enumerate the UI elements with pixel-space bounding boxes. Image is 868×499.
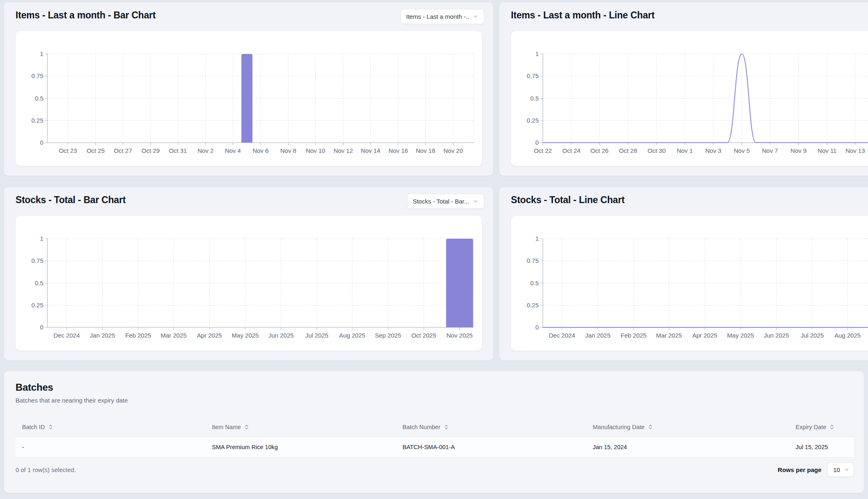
svg-text:Oct 29: Oct 29 — [142, 147, 160, 154]
svg-text:Aug 2025: Aug 2025 — [339, 332, 365, 339]
batches-table: Batch ID Item Name Batch Number Manufact… — [16, 418, 854, 458]
chevrons-up-down-icon — [829, 424, 835, 430]
dropdown-label: Stocks - Total - Bar... — [413, 198, 469, 205]
rows-per-page-value: 10 — [833, 466, 840, 473]
rows-per-page-select[interactable]: 10 — [827, 462, 854, 477]
section-title: Stocks - Total - Bar Chart — [16, 195, 126, 206]
cell-manufacturing-date: Jan 15, 2024 — [586, 444, 789, 450]
svg-text:0.75: 0.75 — [31, 72, 43, 79]
svg-text:Apr 2025: Apr 2025 — [693, 332, 717, 339]
svg-text:0.25: 0.25 — [527, 117, 539, 124]
svg-text:Nov 2: Nov 2 — [198, 147, 214, 154]
svg-text:Oct 30: Oct 30 — [648, 147, 666, 154]
dashboard-canvas: Items - Last a month - Bar Chart Items -… — [0, 0, 868, 499]
chart-card: 00.250.50.751Dec 2024Jan 2025Feb 2025Mar… — [16, 216, 482, 351]
section-items-bar-chart: Items - Last a month - Bar Chart Items -… — [4, 2, 493, 176]
table-footer: 0 of 1 row(s) selected. Rows per page 10 — [16, 462, 854, 477]
dropdown-label: Items - Last a month -.. — [406, 13, 469, 20]
svg-text:Jul 2025: Jul 2025 — [801, 332, 824, 339]
svg-text:Dec 2024: Dec 2024 — [549, 332, 575, 339]
svg-text:Oct 24: Oct 24 — [562, 147, 580, 154]
svg-text:1: 1 — [40, 50, 43, 57]
svg-text:Nov 10: Nov 10 — [306, 147, 326, 154]
svg-text:Oct 27: Oct 27 — [114, 147, 132, 154]
svg-text:Jan 2025: Jan 2025 — [585, 332, 611, 339]
svg-text:0.75: 0.75 — [527, 257, 539, 264]
cell-expiry-date: Jul 15, 2025 — [789, 444, 854, 450]
section-title: Items - Last a month - Bar Chart — [16, 10, 156, 21]
svg-text:0: 0 — [535, 324, 539, 331]
svg-text:Jun 2025: Jun 2025 — [268, 332, 294, 339]
svg-text:0: 0 — [40, 324, 43, 331]
svg-text:Mar 2025: Mar 2025 — [161, 332, 187, 339]
svg-text:Jul 2025: Jul 2025 — [305, 332, 328, 339]
chart-card: 00.250.50.751Oct 23Oct 25Oct 27Oct 29Oct… — [16, 31, 482, 166]
chevrons-up-down-icon — [443, 424, 449, 430]
svg-text:Oct 22: Oct 22 — [534, 147, 552, 154]
svg-text:Oct 2025: Oct 2025 — [412, 332, 436, 339]
svg-text:Nov 8: Nov 8 — [280, 147, 296, 154]
svg-text:Nov 5: Nov 5 — [734, 147, 750, 154]
svg-text:Nov 1: Nov 1 — [677, 147, 693, 154]
chart-card: 00.250.50.751Dec 2024Jan 2025Feb 2025Mar… — [511, 216, 868, 351]
cell-batch-number: BATCH-SMA-001-A — [396, 444, 586, 450]
column-header-expiry-date[interactable]: Expiry Date — [789, 424, 854, 430]
svg-text:Apr 2025: Apr 2025 — [197, 332, 222, 339]
items-bar-chart[interactable]: 00.250.50.751Oct 23Oct 25Oct 27Oct 29Oct… — [16, 31, 482, 166]
svg-text:Oct 28: Oct 28 — [619, 147, 637, 154]
chevrons-up-down-icon — [648, 424, 653, 430]
cell-batch-id: - — [16, 444, 205, 450]
svg-text:0.25: 0.25 — [527, 302, 539, 309]
svg-text:0: 0 — [40, 139, 43, 146]
chevron-down-icon — [844, 467, 850, 472]
rows-per-page-group: Rows per page 10 — [778, 462, 854, 477]
chevron-down-icon — [472, 198, 479, 204]
stocks-bar-chart[interactable]: 00.250.50.751Dec 2024Jan 2025Feb 2025Mar… — [16, 216, 482, 351]
svg-text:Nov 3: Nov 3 — [705, 147, 721, 154]
svg-text:Nov 9: Nov 9 — [791, 147, 807, 154]
table-header-row: Batch ID Item Name Batch Number Manufact… — [16, 418, 854, 437]
svg-text:1: 1 — [535, 50, 539, 57]
table-row[interactable]: - SMA Premium Rice 10kg BATCH-SMA-001-A … — [16, 437, 854, 458]
chart-selector-dropdown[interactable]: Stocks - Total - Bar... — [407, 194, 484, 209]
column-header-manufacturing-date[interactable]: Manufacturing Date — [586, 424, 789, 430]
section-batches: Batches Batches that are nearing their e… — [4, 371, 864, 493]
items-line-chart[interactable]: 00.250.50.751Oct 22Oct 24Oct 26Oct 28Oct… — [511, 31, 868, 166]
selection-status: 0 of 1 row(s) selected. — [16, 466, 76, 473]
svg-text:Nov 20: Nov 20 — [443, 147, 463, 154]
svg-text:0: 0 — [535, 139, 539, 146]
chevrons-up-down-icon — [48, 424, 54, 430]
svg-text:Oct 23: Oct 23 — [59, 147, 77, 154]
section-stocks-line-chart: Stocks - Total - Line Chart 00.250.50.75… — [499, 187, 868, 360]
svg-text:Feb 2025: Feb 2025 — [621, 332, 646, 339]
svg-text:Mar 2025: Mar 2025 — [656, 332, 682, 339]
column-header-item-name[interactable]: Item Name — [205, 424, 396, 430]
svg-text:Nov 2025: Nov 2025 — [447, 332, 473, 339]
dashboard-viewport: Items - Last a month - Bar Chart Items -… — [0, 0, 868, 499]
column-header-batch-id[interactable]: Batch ID — [16, 424, 205, 430]
column-header-batch-number[interactable]: Batch Number — [396, 424, 586, 430]
section-items-line-chart: Items - Last a month - Line Chart 00.250… — [499, 2, 868, 176]
batches-subtitle: Batches that are nearing their expiry da… — [16, 397, 854, 404]
chevron-down-icon — [472, 13, 479, 20]
svg-text:Nov 13: Nov 13 — [846, 147, 865, 154]
svg-text:Oct 26: Oct 26 — [590, 147, 608, 154]
stocks-line-chart[interactable]: 00.250.50.751Dec 2024Jan 2025Feb 2025Mar… — [511, 216, 868, 351]
section-title: Items - Last a month - Line Chart — [511, 10, 654, 21]
svg-text:0.75: 0.75 — [527, 72, 539, 79]
svg-text:Feb 2025: Feb 2025 — [125, 332, 151, 339]
svg-text:1: 1 — [40, 235, 43, 242]
svg-text:Nov 14: Nov 14 — [361, 147, 380, 154]
svg-text:Aug 2025: Aug 2025 — [834, 332, 861, 339]
svg-text:Sep 2025: Sep 2025 — [375, 332, 401, 339]
svg-text:Nov 6: Nov 6 — [252, 147, 268, 154]
batches-title: Batches — [16, 382, 854, 393]
chart-selector-dropdown[interactable]: Items - Last a month -.. — [400, 9, 484, 24]
svg-text:0.75: 0.75 — [31, 257, 43, 264]
svg-text:Nov 18: Nov 18 — [416, 147, 435, 154]
svg-text:Jun 2025: Jun 2025 — [764, 332, 789, 339]
svg-text:Nov 7: Nov 7 — [762, 147, 778, 154]
svg-text:Nov 11: Nov 11 — [818, 147, 837, 154]
section-stocks-bar-chart: Stocks - Total - Bar Chart Stocks - Tota… — [4, 187, 493, 360]
rows-per-page-label: Rows per page — [778, 466, 821, 473]
